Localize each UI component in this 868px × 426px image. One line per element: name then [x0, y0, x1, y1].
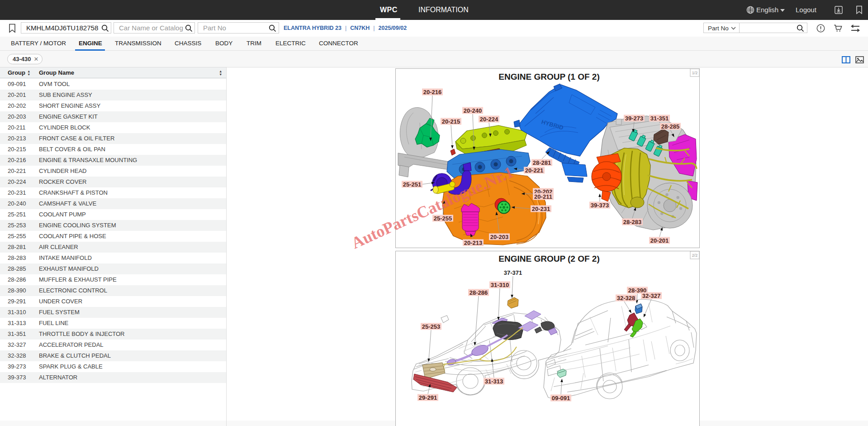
- svg-text:ENGINE GROUP (2 OF 2): ENGINE GROUP (2 OF 2): [498, 254, 599, 263]
- svg-text:29-291: 29-291: [419, 394, 437, 401]
- svg-text:31-351: 31-351: [650, 115, 669, 122]
- svg-text:20-216: 20-216: [423, 89, 441, 96]
- svg-text:28-281: 28-281: [533, 159, 551, 166]
- svg-text:20-240: 20-240: [464, 107, 482, 114]
- svg-text:20-213: 20-213: [464, 239, 482, 246]
- svg-text:1/2: 1/2: [692, 71, 698, 75]
- svg-text:ENGINE GROUP (1 OF 2): ENGINE GROUP (1 OF 2): [498, 72, 599, 81]
- svg-text:39-273: 39-273: [625, 115, 643, 122]
- svg-text:20-201: 20-201: [650, 237, 669, 244]
- svg-text:2/2: 2/2: [692, 253, 698, 258]
- svg-text:39-373: 39-373: [591, 202, 609, 209]
- svg-text:09-091: 09-091: [552, 395, 570, 402]
- svg-text:20-203: 20-203: [490, 234, 508, 240]
- svg-text:32-328: 32-328: [617, 295, 635, 302]
- svg-text:20-224: 20-224: [480, 116, 498, 123]
- svg-text:28-283: 28-283: [623, 219, 641, 225]
- svg-text:32-327: 32-327: [642, 292, 660, 299]
- svg-text:20-211: 20-211: [534, 193, 552, 200]
- svg-text:37-371: 37-371: [504, 269, 522, 276]
- svg-text:28-285: 28-285: [661, 123, 679, 130]
- svg-text:20-231: 20-231: [532, 206, 550, 212]
- svg-text:28-286: 28-286: [470, 289, 488, 296]
- svg-text:31-310: 31-310: [491, 282, 509, 288]
- svg-text:20-215: 20-215: [442, 118, 460, 125]
- svg-text:25-253: 25-253: [422, 323, 440, 330]
- svg-text:31-313: 31-313: [485, 378, 503, 385]
- svg-text:25-251: 25-251: [403, 181, 421, 188]
